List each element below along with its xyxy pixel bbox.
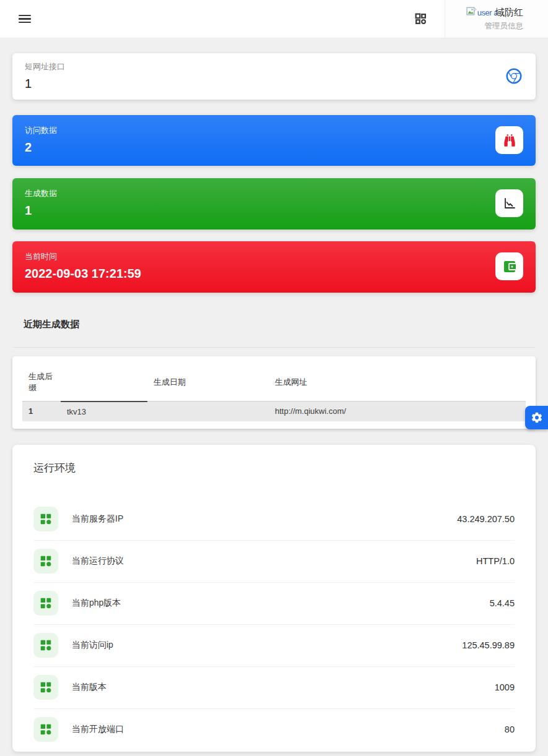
- env-value: HTTP/1.0: [476, 556, 515, 566]
- grid-green-icon: [33, 675, 58, 700]
- env-item-visit-ip: 当前访问ip 125.45.99.89: [12, 625, 536, 666]
- user-role: 管理员信息: [485, 21, 524, 32]
- environment-title: 运行环境: [33, 461, 536, 475]
- env-label: 当前运行协议: [72, 556, 124, 567]
- env-item-server-ip: 当前服务器IP 43.249.207.50: [12, 499, 536, 540]
- stat-card-value: 1: [25, 204, 57, 218]
- stat-card-label: 访问数据: [25, 125, 57, 136]
- chrome-icon: [505, 61, 523, 91]
- grid-green-icon: [33, 717, 58, 742]
- column-header-suffix[interactable]: 生成后缀: [22, 365, 61, 402]
- env-value: 43.249.207.50: [457, 514, 515, 524]
- app-header: user a 域防红 管理员信息: [0, 0, 548, 38]
- env-value: 125.45.99.89: [462, 640, 515, 650]
- stat-card-current-time[interactable]: 当前时间 2022-09-03 17:21:59: [12, 241, 536, 293]
- column-header-date[interactable]: 生成日期: [147, 365, 269, 402]
- recent-data-table-card: 生成后缀 生成日期 生成网址 1 tkv13 http://m.qiukwi.c…: [12, 356, 536, 429]
- grid-green-icon: [33, 633, 58, 658]
- environment-card: 运行环境 当前服务器IP 43.249.207.50 当前运行协议 HTTP/1…: [12, 445, 536, 752]
- env-item-protocol: 当前运行协议 HTTP/1.0: [12, 541, 536, 582]
- stat-card-short-url-api[interactable]: 短网址接口 1: [12, 53, 536, 100]
- env-value: 80: [505, 724, 515, 734]
- binoculars-icon: [495, 126, 523, 154]
- apps-grid-icon[interactable]: [414, 12, 427, 25]
- env-label: 当前访问ip: [72, 640, 113, 651]
- gear-icon: [531, 411, 543, 424]
- wallet-icon: [495, 252, 523, 280]
- env-label: 当前版本: [72, 682, 107, 693]
- grid-green-icon: [33, 591, 58, 616]
- stat-card-value: 2: [25, 140, 57, 155]
- table-row[interactable]: 1 tkv13 http://m.qiukwi.com/: [22, 402, 526, 421]
- env-label: 当前php版本: [72, 598, 121, 609]
- env-item-php-version: 当前php版本 5.4.45: [12, 583, 536, 624]
- column-header-sorted[interactable]: [61, 365, 147, 402]
- cell-date: [147, 402, 269, 421]
- user-menu[interactable]: user a 域防红 管理员信息: [445, 0, 548, 38]
- cell-url: http://m.qiukwi.com/: [269, 402, 526, 421]
- stat-card-value: 2022-09-03 17:21:59: [25, 267, 141, 281]
- hamburger-menu-icon[interactable]: [19, 15, 31, 24]
- env-item-version: 当前版本 1009: [12, 667, 536, 708]
- env-label: 当前开放端口: [72, 724, 124, 735]
- env-value: 5.4.45: [490, 598, 515, 608]
- grid-green-icon: [33, 507, 58, 531]
- grid-green-icon: [33, 549, 58, 573]
- stat-card-generated-data[interactable]: 生成数据 1: [12, 178, 536, 230]
- section-divider: [12, 347, 536, 348]
- stat-card-value: 1: [25, 77, 65, 91]
- env-value: 1009: [495, 682, 515, 692]
- stat-card-visit-data[interactable]: 访问数据 2: [12, 115, 536, 166]
- cell-row-number: 1: [22, 402, 61, 421]
- env-label: 当前服务器IP: [72, 513, 123, 525]
- recent-data-title: 近期生成数据: [24, 319, 536, 330]
- recent-data-table: 生成后缀 生成日期 生成网址 1 tkv13 http://m.qiukwi.c…: [22, 365, 526, 421]
- column-header-url[interactable]: 生成网址: [269, 365, 526, 402]
- stat-card-label: 当前时间: [25, 251, 141, 262]
- cell-suffix: tkv13: [61, 402, 147, 421]
- env-item-open-port: 当前开放端口 80: [12, 709, 536, 750]
- user-name: 域防红: [495, 7, 523, 19]
- stat-card-label: 生成数据: [25, 188, 57, 199]
- stat-card-label: 短网址接口: [25, 61, 65, 72]
- broken-avatar-icon: [466, 7, 477, 19]
- chart-line-icon: [495, 189, 523, 217]
- settings-button[interactable]: [525, 406, 548, 429]
